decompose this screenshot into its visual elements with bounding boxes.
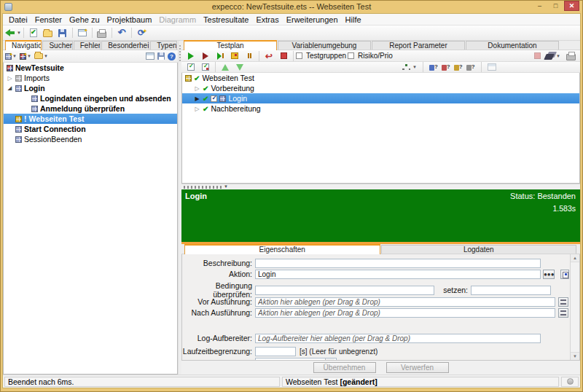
checkbox-icon <box>348 52 354 59</box>
laufzeitbegrenzung-label: Laufzeitbegrenzung: <box>182 347 255 356</box>
stop-button[interactable] <box>276 50 291 63</box>
aktion-browse-button[interactable]: ●●● <box>543 270 555 279</box>
undo-button[interactable]: ↶ <box>114 26 129 39</box>
filter-red-question-icon[interactable] <box>442 63 450 71</box>
tree-row-anmeldung[interactable]: Anmeldung überprüfen <box>4 103 177 114</box>
chevron-down-icon: ▼ <box>224 184 228 189</box>
log-aufbereiter-input[interactable] <box>255 334 541 343</box>
filter-blue-question-icon[interactable] <box>429 63 438 71</box>
close-button[interactable]: ✕ <box>564 1 579 11</box>
print-button[interactable] <box>95 26 109 39</box>
testplan-row-root[interactable]: Webseiten Test <box>182 73 579 83</box>
testplan-row-login[interactable]: ▶ Login <box>182 93 579 103</box>
menu-projektbaum[interactable]: Projektbaum <box>103 15 156 24</box>
menu-extras[interactable]: Extras <box>252 15 282 24</box>
collapsed-arrow-icon[interactable]: ▷ <box>194 85 200 92</box>
uncheck-all-button[interactable] <box>198 60 213 74</box>
stop-square-icon <box>281 52 287 59</box>
notwendig-select[interactable]: obligatorisch ▼ <box>255 358 337 361</box>
vor-ausfuehrung-menu-button[interactable] <box>558 297 568 307</box>
verwerfen-button[interactable]: Verwerfen <box>386 362 449 373</box>
help-icon[interactable]: ? <box>168 52 176 60</box>
menu-hilfe[interactable]: Hilfe <box>342 15 365 24</box>
tab-typen[interactable]: Typen <box>150 41 177 50</box>
stop-after-current-button[interactable]: ↩ <box>262 50 276 63</box>
tab-navigation[interactable]: Navigation <box>5 40 42 50</box>
tree-row-login[interactable]: ◢ Login <box>4 83 177 93</box>
menu-gehe-zu[interactable]: Gehe zu <box>66 15 103 24</box>
new-block-menu-button[interactable]: ✦▼ <box>20 53 31 60</box>
menu-datei[interactable]: Datei <box>5 15 31 24</box>
collapsed-arrow-icon[interactable]: ▶ <box>194 95 200 102</box>
voreinstellung-checkbox[interactable] <box>544 360 550 361</box>
reload-button[interactable]: ⟳✦ <box>134 26 149 39</box>
maximize-button[interactable]: □ <box>548 1 563 11</box>
tree-row-session-beenden[interactable]: SessionBeenden <box>4 134 177 144</box>
move-down-button[interactable] <box>232 60 247 74</box>
new-item-menu-button[interactable]: ✦▼ <box>5 53 17 60</box>
tab-variablenumgebung[interactable]: Variablenumgebung <box>278 41 371 50</box>
chevron-down-icon: ▼ <box>412 65 417 69</box>
testplan-icon <box>185 75 192 82</box>
tab-eigenschaften[interactable]: Eigenschaften <box>184 244 380 254</box>
tree-row-logindaten[interactable]: Logindaten eingeben und absenden <box>4 93 177 103</box>
save-button[interactable] <box>55 26 70 39</box>
report-menu-button[interactable]: ▼ <box>544 50 560 63</box>
print-report-button[interactable] <box>563 50 578 63</box>
uebernehmen-button[interactable]: Übernehmen <box>313 362 376 373</box>
testplan-row-vorbereitung[interactable]: ▷ Vorbereitung <box>182 83 579 93</box>
scroll-up-icon[interactable]: ▲ <box>571 254 579 262</box>
menu-testresultate[interactable]: Testresultate <box>200 15 252 24</box>
collapsed-label-icon <box>184 186 222 189</box>
vor-ausfuehrung-input[interactable] <box>255 297 555 307</box>
save-view-icon[interactable] <box>157 52 165 60</box>
refresh-icon: ⟳✦ <box>138 29 145 37</box>
setzen-input[interactable] <box>471 286 551 295</box>
tab-fehler[interactable]: Fehler <box>74 41 101 50</box>
toolbar-separator <box>131 28 132 38</box>
back-button[interactable]: ▼ <box>5 26 21 39</box>
laufzeitbegrenzung-input[interactable] <box>255 347 296 356</box>
tab-besonderheiten[interactable]: Besonderheiten <box>101 41 149 50</box>
aktion-open-button[interactable] <box>560 270 569 279</box>
setzen-label: setzen: <box>434 286 471 294</box>
nach-ausfuehrung-input[interactable] <box>255 308 555 318</box>
new-window-button[interactable]: ✦ <box>75 26 90 39</box>
tree-row-root[interactable]: NewTestsuite <box>4 63 177 73</box>
filter-gold-question-icon[interactable] <box>454 63 463 71</box>
collapsed-pane-header[interactable]: ▼ <box>181 184 580 189</box>
form-scrollbar[interactable]: ▲ ▼ <box>570 254 579 360</box>
menu-fenster[interactable]: Fenster <box>31 15 66 24</box>
filter-gray-question-icon[interactable] <box>466 63 475 71</box>
new-folder-menu-button[interactable]: ▼ <box>34 53 48 59</box>
check-all-button[interactable] <box>184 60 198 74</box>
testgruppen-checkbox[interactable]: Testgruppen <box>296 50 348 63</box>
minimize-button[interactable]: – <box>532 1 547 11</box>
enabled-checkbox-icon[interactable] <box>211 95 217 102</box>
collapsed-arrow-icon[interactable]: ▷ <box>7 75 13 82</box>
tab-report-parameter[interactable]: Report Parameter <box>372 41 465 50</box>
testplan-row-nachbereitung[interactable]: ▷ Nachbereitung <box>182 103 579 114</box>
checkbox-arrow-icon <box>187 63 195 71</box>
tree-row-start-connection[interactable]: Start Connection <box>4 124 177 134</box>
expanded-arrow-icon[interactable]: ◢ <box>7 85 13 91</box>
scroll-down-icon[interactable]: ▼ <box>571 352 579 360</box>
collapsed-arrow-icon[interactable]: ▷ <box>194 106 200 112</box>
new-item-button[interactable] <box>26 26 41 39</box>
aktion-input[interactable] <box>255 270 541 279</box>
move-up-button[interactable] <box>218 60 232 74</box>
tab-logdaten[interactable]: Logdaten <box>381 245 577 254</box>
detach-view-icon[interactable] <box>146 52 154 60</box>
beschreibung-input[interactable] <box>255 259 541 268</box>
node-menu-button[interactable]: ▼ <box>402 60 417 74</box>
tree-row-imports[interactable]: ▷ Imports <box>4 73 177 83</box>
tab-dokumentation[interactable]: Dokumentation <box>466 41 559 50</box>
open-button[interactable] <box>41 26 55 39</box>
titlebar: expecco: NewTestsuite.ets -- Webseiten T… <box>1 1 582 13</box>
tree-row-webseiten-test[interactable]: ! Webseiten Test <box>4 114 177 124</box>
risiko-prio-checkbox[interactable]: Risiko/Prio <box>348 50 394 63</box>
tab-suchen[interactable]: Suchen <box>42 41 72 50</box>
menu-erweiterungen[interactable]: Erweiterungen <box>283 15 342 24</box>
bedingung-input[interactable] <box>255 286 434 295</box>
nach-ausfuehrung-menu-button[interactable] <box>558 308 568 318</box>
